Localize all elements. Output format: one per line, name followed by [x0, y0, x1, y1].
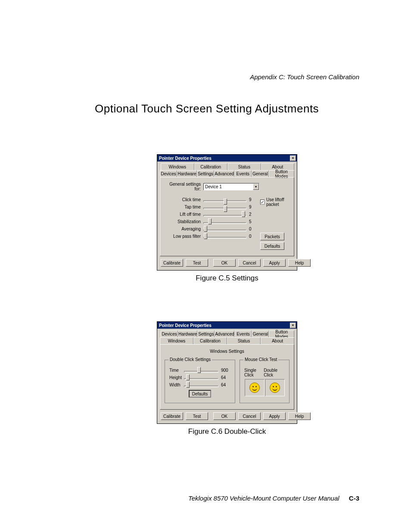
window-title: Pointer Device Properties	[159, 323, 212, 328]
group-legend: Mouse Click Test	[243, 357, 278, 362]
settings-for-label: General settings for:	[165, 182, 203, 191]
dialog-doubleclick: Pointer Device Properties × Devices Hard…	[157, 321, 297, 424]
smiley-icon	[249, 383, 260, 393]
window-title: Pointer Device Properties	[159, 156, 212, 161]
slider-tap-time[interactable]	[203, 208, 246, 209]
test-button[interactable]: Test	[186, 412, 208, 420]
use-liftoff-checkbox[interactable]: ✓ Use liftoff packet	[260, 197, 290, 207]
device-value[interactable]	[204, 184, 253, 189]
tab-advanced[interactable]: Advanced	[215, 330, 234, 337]
titlebar: Pointer Device Properties ×	[157, 322, 297, 329]
slider-liftoff-time[interactable]	[203, 215, 246, 217]
section-heading: Optional Touch Screen Setting Adjustment…	[95, 102, 359, 115]
close-icon[interactable]: ×	[290, 323, 296, 328]
tab-status[interactable]: Status	[227, 337, 261, 344]
figure-caption-doubleclick: Figure C.6 Double-Click	[95, 427, 359, 436]
defaults-button[interactable]: Defaults	[189, 390, 211, 398]
slider-value: 900	[221, 368, 230, 373]
close-icon[interactable]: ×	[290, 156, 296, 161]
tab-settings[interactable]: Settings	[197, 170, 214, 177]
calibrate-button[interactable]: Calibrate	[161, 259, 183, 267]
slider-label: Width	[169, 383, 184, 387]
tab-windows[interactable]: Windows	[160, 337, 193, 344]
slider-height[interactable]	[184, 378, 218, 380]
mouse-click-test-group: Mouse Click Test Single Click Double Cli…	[240, 360, 290, 403]
double-click-label: Double Click	[264, 368, 285, 377]
double-click-settings-group: Double Click Settings Time900 Height64 W…	[165, 360, 235, 403]
slider-label: Low pass filter	[165, 234, 203, 239]
tab-general[interactable]: General	[252, 170, 269, 177]
tab-status[interactable]: Status	[227, 163, 261, 170]
single-click-test[interactable]	[245, 379, 265, 396]
slider-label: Time	[169, 368, 184, 373]
slider-label: Averaging	[165, 227, 203, 231]
group-legend: Double Click Settings	[168, 357, 212, 362]
slider-value: 0	[249, 227, 258, 231]
tab-calibration[interactable]: Calibration	[194, 163, 228, 170]
tab-advanced[interactable]: Advanced	[214, 170, 234, 177]
tab-events[interactable]: Events	[234, 330, 252, 337]
tab-windows[interactable]: Windows	[161, 163, 194, 170]
calibrate-button[interactable]: Calibrate	[161, 412, 183, 420]
slider-width[interactable]	[184, 386, 218, 387]
slider-time[interactable]	[184, 371, 218, 373]
tab-settings[interactable]: Settings	[197, 330, 215, 337]
slider-stabilization[interactable]	[203, 222, 246, 224]
page-number: C-3	[349, 495, 359, 502]
figure-caption-settings: Figure C.5 Settings	[95, 274, 359, 283]
cancel-button[interactable]: Cancel	[238, 259, 261, 267]
tab-events[interactable]: Events	[234, 170, 252, 177]
tab-calibration[interactable]: Calibration	[193, 337, 227, 344]
page-footer: Teklogix 8570 Vehicle-Mount Computer Use…	[188, 495, 359, 502]
titlebar: Pointer Device Properties ×	[157, 155, 297, 162]
defaults-button[interactable]: Defaults	[260, 242, 284, 250]
tab-general[interactable]: General	[252, 330, 269, 337]
single-click-label: Single Click	[244, 368, 264, 377]
tab-hardware[interactable]: Hardware	[178, 330, 197, 337]
double-click-test[interactable]	[265, 379, 285, 396]
cancel-button[interactable]: Cancel	[238, 412, 261, 420]
tab-devices[interactable]: Devices	[160, 170, 177, 177]
slider-averaging[interactable]	[203, 230, 246, 231]
slider-value: 5	[249, 219, 258, 224]
slider-label: Height	[169, 375, 184, 380]
slider-value: 64	[221, 383, 230, 387]
slider-value: 9	[249, 197, 258, 202]
slider-label: Stabilization	[165, 219, 203, 224]
packets-button[interactable]: Packets	[260, 233, 284, 240]
footer-text: Teklogix 8570 Vehicle-Mount Computer Use…	[188, 495, 339, 502]
slider-value: 64	[221, 375, 230, 380]
slider-label: Lift off time	[165, 212, 203, 217]
tab-devices[interactable]: Devices	[161, 330, 178, 337]
slider-value: 0	[249, 234, 258, 239]
apply-button[interactable]: Apply	[263, 259, 286, 267]
chevron-down-icon[interactable]: ▾	[253, 184, 259, 190]
ok-button[interactable]: OK	[213, 259, 236, 267]
apply-button[interactable]: Apply	[263, 412, 286, 420]
windows-settings-subtitle: Windows Settings	[165, 349, 290, 354]
slider-click-time[interactable]	[203, 200, 246, 202]
slider-label: Tap time	[165, 205, 203, 209]
smiley-icon	[270, 383, 280, 393]
slider-label: Click time	[165, 197, 203, 202]
page-header-context: Appendix C: Touch Screen Calibration	[95, 73, 359, 81]
test-button[interactable]: Test	[186, 259, 208, 267]
ok-button[interactable]: OK	[213, 412, 236, 420]
tab-button-modes[interactable]: Button Modes	[269, 170, 294, 177]
tab-hardware[interactable]: Hardware	[177, 170, 197, 177]
use-liftoff-label: Use liftoff packet	[266, 197, 290, 207]
device-combobox[interactable]: ▾	[203, 183, 259, 190]
help-button[interactable]: Help	[288, 259, 311, 267]
slider-value: 2	[249, 212, 258, 217]
tab-about[interactable]: About	[261, 337, 294, 344]
dialog-settings: Pointer Device Properties × Windows Cali…	[157, 154, 297, 271]
slider-lowpass[interactable]	[203, 237, 246, 239]
tab-button-modes[interactable]: Button Modes	[269, 330, 294, 337]
help-button[interactable]: Help	[288, 412, 311, 420]
slider-value: 9	[249, 205, 258, 209]
